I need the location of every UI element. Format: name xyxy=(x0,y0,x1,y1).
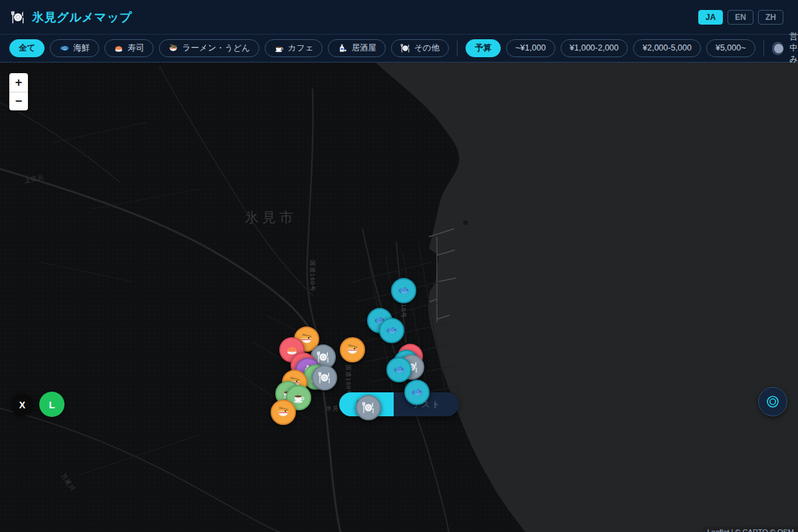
map-marker-other[interactable] xyxy=(356,395,381,420)
marker-layer xyxy=(0,63,798,532)
category-pill-label: ラーメン・うどん xyxy=(182,43,250,53)
category-filter-group: 全て海鮮寿司ラーメン・うどんカフェ居酒屋その他 xyxy=(9,39,449,57)
fish-icon xyxy=(410,386,424,399)
zoom-in-button[interactable]: + xyxy=(9,73,28,92)
category-pill-seafood[interactable]: 海鮮 xyxy=(50,39,99,57)
category-pill-all[interactable]: 全て xyxy=(9,39,45,57)
map-marker-seafood[interactable] xyxy=(379,318,404,343)
plate-utensils-icon xyxy=(11,10,25,25)
filter-bar: 全て海鮮寿司ラーメン・うどんカフェ居酒屋その他 予算 ~¥1,000¥1,000… xyxy=(0,35,798,63)
category-pill-label: 海鮮 xyxy=(73,43,90,53)
app-title: 氷見グルメマップ xyxy=(32,9,132,25)
category-pill-sushi[interactable]: 寿司 xyxy=(104,39,154,57)
fish-icon xyxy=(385,324,398,337)
open-now-toggle[interactable] xyxy=(772,42,784,55)
category-pill-label: 全て xyxy=(19,43,35,53)
category-pill-cafe[interactable]: カフェ xyxy=(265,39,323,57)
target-icon xyxy=(765,394,781,410)
open-now-filter: 営業中のみ xyxy=(772,31,798,65)
map-marker-other[interactable] xyxy=(312,365,337,390)
plate-utensils-icon xyxy=(318,371,331,384)
toggle-knob xyxy=(774,44,783,53)
category-pill-izakaya[interactable]: 居酒屋 xyxy=(328,39,386,57)
map-marker-seafood[interactable] xyxy=(391,278,416,303)
category-pill-label: 寿司 xyxy=(128,43,144,53)
category-pill-ramen[interactable]: ラーメン・うどん xyxy=(159,39,259,57)
zoom-out-button[interactable]: − xyxy=(9,92,28,110)
fish-icon xyxy=(397,284,410,297)
budget-pill[interactable]: ¥5,000~ xyxy=(706,39,755,57)
ramen-icon xyxy=(346,343,359,356)
x-social-button[interactable]: X xyxy=(11,394,33,416)
budget-pill[interactable]: ¥1,000-2,000 xyxy=(561,39,628,57)
category-pill-label: 居酒屋 xyxy=(351,43,376,53)
budget-pill[interactable]: ¥2,000-5,000 xyxy=(633,39,701,57)
category-pill-label: カフェ xyxy=(288,43,313,53)
map-marker-seafood[interactable] xyxy=(386,357,412,382)
zoom-control: + − xyxy=(9,73,28,110)
category-pill-other[interactable]: その他 xyxy=(391,39,449,57)
plate-utensils-icon xyxy=(317,350,330,364)
sushi-icon xyxy=(114,43,124,53)
map-attribution[interactable]: Leaflet | © CARTO © OSM xyxy=(703,526,798,532)
fish-icon xyxy=(392,363,406,376)
divider xyxy=(763,41,764,57)
line-social-button[interactable]: L xyxy=(39,392,65,417)
budget-pill[interactable]: ~¥1,000 xyxy=(506,39,555,57)
plate-utensils-icon xyxy=(362,401,375,414)
sake-icon xyxy=(337,43,347,53)
map-marker-ramen[interactable] xyxy=(271,400,296,425)
budget-label-chip: 予算 xyxy=(466,39,501,57)
ramen-icon xyxy=(168,43,178,53)
lang-button-en[interactable]: EN xyxy=(728,10,753,25)
coffee-icon xyxy=(292,391,305,404)
coffee-icon xyxy=(274,43,284,53)
fish-icon xyxy=(59,43,69,53)
app-header: 氷見グルメマップ JAENZH xyxy=(0,0,798,35)
map-canvas[interactable]: 氷見市国道160号国道415号国道160号上庄川万尾川氷見警察署 xyxy=(0,63,798,532)
map-marker-seafood[interactable] xyxy=(404,380,430,405)
open-now-label: 営業中のみ xyxy=(789,31,798,65)
ramen-icon xyxy=(277,406,290,419)
lang-button-ja[interactable]: JA xyxy=(698,10,723,25)
lang-button-zh[interactable]: ZH xyxy=(758,10,783,25)
locate-me-button[interactable] xyxy=(758,387,787,416)
category-pill-label: その他 xyxy=(414,43,440,53)
language-switcher: JAENZH xyxy=(698,10,783,25)
budget-filter-group: ~¥1,000¥1,000-2,000¥2,000-5,000¥5,000~ xyxy=(506,39,755,57)
divider xyxy=(457,41,458,57)
plate-utensils-icon xyxy=(400,43,410,53)
map-marker-ramen[interactable] xyxy=(340,337,365,362)
